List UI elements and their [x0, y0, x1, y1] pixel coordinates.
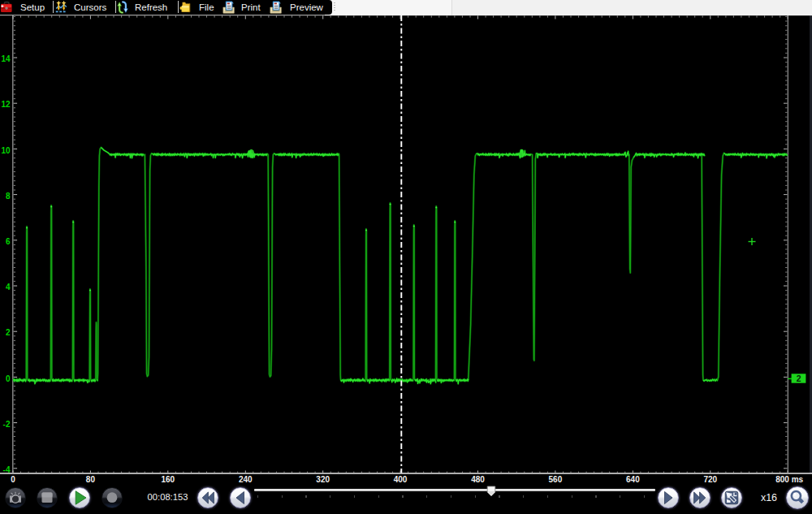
svg-text:6: 6 [6, 237, 11, 246]
svg-text:0: 0 [11, 475, 15, 484]
svg-text:640: 640 [626, 475, 640, 484]
svg-text:480: 480 [471, 475, 485, 484]
svg-text:0: 0 [6, 374, 11, 383]
svg-text:720: 720 [703, 475, 717, 484]
svg-text:-4: -4 [3, 465, 11, 474]
svg-text:80: 80 [86, 475, 96, 484]
svg-text:400: 400 [394, 475, 408, 484]
svg-text:10: 10 [1, 146, 11, 155]
svg-text:-2: -2 [3, 420, 11, 429]
svg-text:240: 240 [239, 475, 253, 484]
svg-text:14: 14 [1, 54, 11, 63]
svg-text:8: 8 [6, 192, 11, 201]
svg-text:800 ms: 800 ms [775, 475, 803, 484]
svg-text:560: 560 [549, 475, 563, 484]
svg-text:320: 320 [316, 475, 330, 484]
svg-text:4: 4 [6, 283, 11, 292]
svg-text:2: 2 [6, 328, 11, 337]
svg-text:160: 160 [161, 475, 175, 484]
svg-text:12: 12 [1, 100, 11, 109]
svg-text:2: 2 [797, 374, 801, 383]
